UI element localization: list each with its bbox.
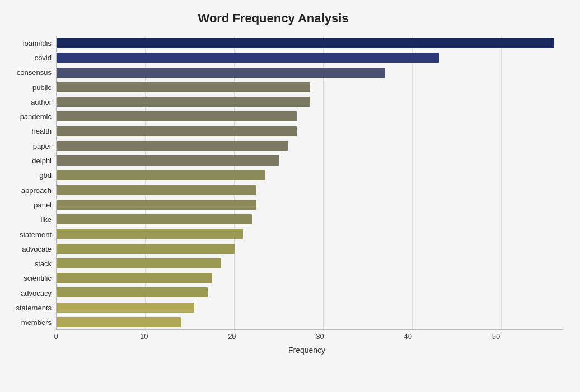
bar-row-author [57,96,563,108]
bar-row-health [57,125,563,138]
chart-title: Word Frequency Analysis [6,11,563,26]
y-label-public: public [32,84,52,91]
x-tick-20: 20 [228,332,236,341]
x-tick-10: 10 [140,332,148,341]
bar-row-covid [57,51,563,64]
y-axis: ioannidiscovidconsensuspublicauthorpande… [6,36,56,330]
bar-health [57,126,297,136]
y-label-ioannidis: ioannidis [23,40,52,47]
bar-row-ioannidis [57,37,563,49]
y-label-panel: panel [34,201,52,209]
chart-container: Word Frequency Analysis ioannidiscovidco… [0,0,580,392]
y-label-approach: approach [21,187,52,194]
bar-row-pandemic [57,110,563,122]
y-label-stack: stack [35,260,52,267]
y-label-statements: statements [16,304,52,311]
bar-row-gbd [57,169,563,181]
y-label-advocate: advocate [22,245,52,253]
bar-row-stack [57,257,563,270]
bar-like [57,214,252,224]
bar-row-panel [57,199,563,211]
y-label-paper: paper [33,143,52,150]
bar-row-consensus [57,67,563,79]
bar-row-advocacy [57,286,563,299]
x-tick-30: 30 [316,332,324,341]
bar-covid [57,53,439,63]
bar-row-advocate [57,243,563,255]
y-label-pandemic: pandemic [20,113,52,120]
x-tick-50: 50 [492,332,500,341]
bar-stack [57,258,221,268]
x-tick-40: 40 [404,332,412,341]
x-axis-title: Frequency [56,346,558,355]
bar-row-paper [57,140,563,152]
bar-consensus [57,68,385,78]
y-label-members: members [21,319,52,326]
y-label-health: health [32,127,52,135]
bar-delphi [57,155,279,166]
y-label-gbd: gbd [39,172,52,179]
bar-gbd [57,170,265,180]
bar-pandemic [57,111,297,121]
y-label-delphi: delphi [32,157,52,164]
y-label-advocacy: advocacy [21,290,52,297]
bar-approach [57,185,256,195]
bar-row-statement [57,228,563,240]
bar-ioannidis [57,38,554,48]
y-label-author: author [31,98,52,106]
plot-area [56,36,563,330]
bar-scientific [57,273,212,283]
y-label-consensus: consensus [17,69,52,76]
y-label-covid: covid [35,54,52,62]
x-axis: 01020304050 Frequency [6,332,563,355]
bar-members [57,317,181,327]
bar-advocate [57,244,235,254]
bar-public [57,82,310,92]
bar-row-statements [57,301,563,314]
bar-paper [57,141,288,151]
bar-row-public [57,81,563,93]
bar-advocacy [57,287,208,297]
bar-row-delphi [57,154,563,167]
x-tick-0: 0 [54,332,58,341]
bar-row-members [57,316,563,328]
bar-panel [57,200,256,210]
bar-row-scientific [57,272,563,284]
bar-row-like [57,213,563,225]
y-label-like: like [40,216,52,223]
bar-row-approach [57,184,563,196]
bar-author [57,97,310,107]
bar-statement [57,229,243,239]
y-label-statement: statement [20,231,52,238]
bar-statements [57,303,194,313]
y-label-scientific: scientific [24,275,52,282]
